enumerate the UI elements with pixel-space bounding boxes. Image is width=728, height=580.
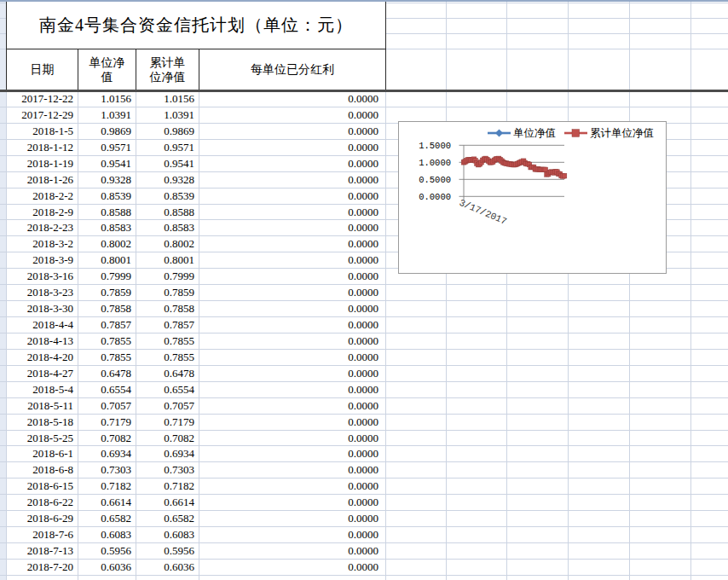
cell-dividend[interactable]: 0.0000 <box>199 446 386 462</box>
cell-unit-nav[interactable]: 0.6478 <box>78 366 136 382</box>
cell-cum-nav[interactable]: 0.9541 <box>136 156 199 172</box>
cell-date[interactable]: 2018-5-18 <box>6 415 78 431</box>
cell-dividend[interactable]: 0.0000 <box>199 269 386 285</box>
table-row[interactable]: 2018-4-270.64780.64780.0000 <box>6 366 386 382</box>
col-header-cum-nav[interactable]: 累计单 位净值 <box>136 49 199 91</box>
cell-unit-nav[interactable]: 0.8539 <box>78 188 136 205</box>
cell-date[interactable]: 2018-1-26 <box>6 172 78 188</box>
cell-date[interactable]: 2018-1-12 <box>6 140 78 156</box>
cell-date[interactable]: 2018-3-23 <box>6 285 78 301</box>
cell-unit-nav[interactable]: 1.0391 <box>78 107 136 124</box>
cell-date[interactable]: 2018-2-23 <box>6 220 78 236</box>
col-header-dividend[interactable]: 每单位已分红利 <box>199 49 386 91</box>
cell-date[interactable]: 2018-4-27 <box>6 366 78 382</box>
table-row[interactable]: 2018-3-160.79990.79990.0000 <box>6 269 386 285</box>
cell-unit-nav[interactable]: 0.8588 <box>78 205 136 221</box>
cell-unit-nav[interactable]: 0.9869 <box>78 124 136 140</box>
cell-dividend[interactable]: 0.0000 <box>199 350 386 366</box>
cell-unit-nav[interactable]: 0.6036 <box>78 560 136 576</box>
cell-unit-nav[interactable]: 0.7855 <box>78 334 136 350</box>
cell-cum-nav[interactable]: 0.8588 <box>136 205 199 221</box>
cell-date[interactable]: 2018-6-1 <box>6 446 78 462</box>
cell-dividend[interactable]: 0.0000 <box>199 511 386 527</box>
cell-date[interactable]: 2018-2-9 <box>6 205 78 221</box>
table-row[interactable]: 2018-1-50.98690.98690.0000 <box>6 124 386 140</box>
cell-dividend[interactable]: 0.0000 <box>199 398 386 415</box>
cell-unit-nav[interactable]: 0.5956 <box>78 543 136 560</box>
cell-cum-nav[interactable]: 0.7082 <box>136 431 199 447</box>
table-row[interactable]: 2018-3-90.80010.80010.0000 <box>6 252 386 269</box>
cell-unit-nav[interactable]: 0.6083 <box>78 527 136 543</box>
cell-unit-nav[interactable]: 0.7303 <box>78 462 136 478</box>
cell-date[interactable]: 2018-7-13 <box>6 543 78 560</box>
table-row[interactable]: 2018-2-20.85390.85390.0000 <box>6 188 386 205</box>
cell-dividend[interactable]: 0.0000 <box>199 431 386 447</box>
cell-unit-nav[interactable]: 1.0156 <box>78 91 136 107</box>
cell-date[interactable]: 2018-6-15 <box>6 478 78 495</box>
cell-date[interactable]: 2017-12-22 <box>6 91 78 107</box>
table-row[interactable]: 2017-12-291.03911.03910.0000 <box>6 107 386 124</box>
cell-dividend[interactable]: 0.0000 <box>199 543 386 560</box>
cell-dividend[interactable]: 0.0000 <box>199 156 386 172</box>
cell-date[interactable]: 2018-1-19 <box>6 156 78 172</box>
cell-date[interactable]: 2018-5-25 <box>6 431 78 447</box>
cell-date[interactable]: 2018-7-6 <box>6 527 78 543</box>
cell-cum-nav[interactable]: 0.7057 <box>136 398 199 415</box>
cell-cum-nav[interactable]: 0.6614 <box>136 495 199 511</box>
cell-dividend[interactable]: 0.0000 <box>199 172 386 188</box>
cell-dividend[interactable]: 0.0000 <box>199 478 386 495</box>
cell-date[interactable]: 2018-6-22 <box>6 495 78 511</box>
table-title-cell[interactable]: 南金4号集合资金信托计划（单位：元） <box>6 1 386 49</box>
cell-cum-nav[interactable]: 0.6554 <box>136 382 199 398</box>
cell-dividend[interactable]: 0.0000 <box>199 334 386 350</box>
cell-cum-nav[interactable]: 0.9328 <box>136 172 199 188</box>
cell-cum-nav[interactable]: 0.6934 <box>136 446 199 462</box>
table-row[interactable]: 2018-6-290.65820.65820.0000 <box>6 511 386 527</box>
table-row[interactable]: 2018-6-220.66140.66140.0000 <box>6 495 386 511</box>
table-row[interactable]: 2018-3-230.78590.78590.0000 <box>6 285 386 301</box>
cell-cum-nav[interactable]: 0.9571 <box>136 140 199 156</box>
cell-unit-nav[interactable]: 0.9328 <box>78 172 136 188</box>
cell-cum-nav[interactable]: 0.9869 <box>136 124 199 140</box>
cell-date[interactable]: 2018-7-20 <box>6 560 78 576</box>
cell-cum-nav[interactable]: 0.7999 <box>136 269 199 285</box>
cell-cum-nav[interactable]: 0.7179 <box>136 415 199 431</box>
cell-cum-nav[interactable]: 0.6478 <box>136 366 199 382</box>
table-row[interactable]: 2018-7-130.59560.59560.0000 <box>6 543 386 560</box>
table-row[interactable]: 2018-1-190.95410.95410.0000 <box>6 156 386 172</box>
cell-cum-nav[interactable]: 1.0391 <box>136 107 199 124</box>
cell-date[interactable]: 2018-3-9 <box>6 252 78 269</box>
nav-chart[interactable]: 1.50001.00000.50000.00003/17/2017单位净值累计单… <box>398 121 667 274</box>
col-header-date[interactable]: 日期 <box>6 49 78 91</box>
cell-date[interactable]: 2018-1-5 <box>6 124 78 140</box>
cell-dividend[interactable]: 0.0000 <box>199 301 386 317</box>
cell-dividend[interactable]: 0.0000 <box>199 252 386 269</box>
cell-dividend[interactable]: 0.0000 <box>199 220 386 236</box>
cell-date[interactable]: 2017-12-29 <box>6 107 78 124</box>
table-row[interactable]: 2017-12-221.01561.01560.0000 <box>6 91 386 107</box>
cell-dividend[interactable]: 0.0000 <box>199 205 386 221</box>
cell-dividend[interactable]: 0.0000 <box>199 560 386 576</box>
cell-dividend[interactable]: 0.0000 <box>199 107 386 124</box>
table-row[interactable]: 2018-6-150.71820.71820.0000 <box>6 478 386 495</box>
cell-cum-nav[interactable]: 0.7855 <box>136 350 199 366</box>
cell-dividend[interactable]: 0.0000 <box>199 188 386 205</box>
table-row[interactable]: 2018-7-200.60360.60360.0000 <box>6 560 386 576</box>
cell-date[interactable]: 2018-4-4 <box>6 317 78 334</box>
cell-dividend[interactable]: 0.0000 <box>199 124 386 140</box>
cell-dividend[interactable]: 0.0000 <box>199 415 386 431</box>
cell-cum-nav[interactable]: 0.7303 <box>136 462 199 478</box>
cell-cum-nav[interactable]: 0.7857 <box>136 317 199 334</box>
cell-date[interactable]: 2018-6-29 <box>6 511 78 527</box>
table-row[interactable]: 2018-6-10.69340.69340.0000 <box>6 446 386 462</box>
cell-unit-nav[interactable]: 0.6554 <box>78 382 136 398</box>
table-row[interactable]: 2018-5-250.70820.70820.0000 <box>6 431 386 447</box>
cell-unit-nav[interactable]: 0.9571 <box>78 140 136 156</box>
cell-unit-nav[interactable]: 0.7859 <box>78 285 136 301</box>
table-row[interactable]: 2018-1-120.95710.95710.0000 <box>6 140 386 156</box>
cell-dividend[interactable]: 0.0000 <box>199 462 386 478</box>
cell-unit-nav[interactable]: 0.8583 <box>78 220 136 236</box>
cell-dividend[interactable]: 0.0000 <box>199 366 386 382</box>
table-row[interactable]: 2018-1-260.93280.93280.0000 <box>6 172 386 188</box>
cell-dividend[interactable]: 0.0000 <box>199 91 386 107</box>
